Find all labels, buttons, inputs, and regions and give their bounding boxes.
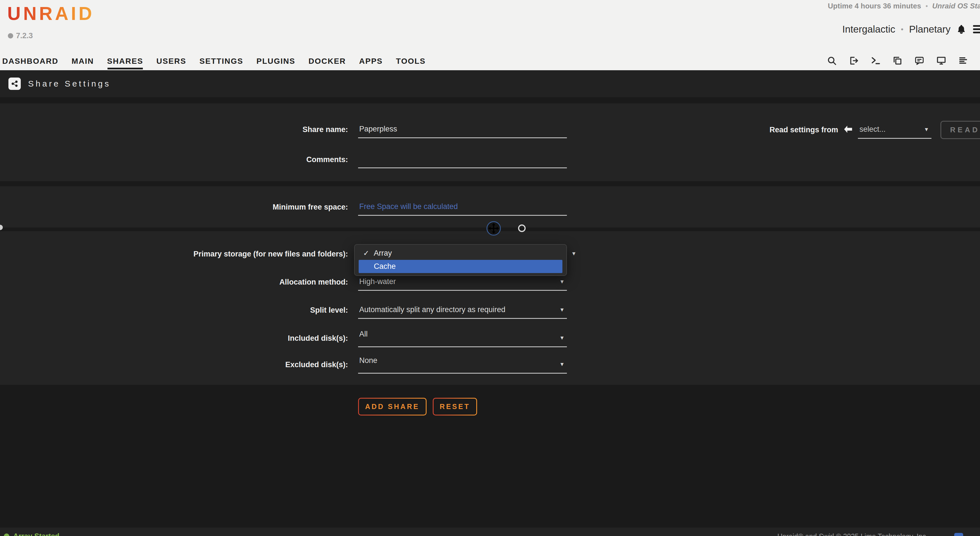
search-icon[interactable] — [827, 56, 837, 66]
check-icon: ✓ — [363, 249, 369, 258]
array-status[interactable]: Array Started — [4, 532, 59, 536]
nav-item-plugins[interactable]: PLUGINS — [256, 57, 295, 66]
allocation-method-value: High-water — [359, 277, 396, 286]
min-free-space-label: Minimum free space: — [0, 203, 348, 212]
nav-item-users[interactable]: USERS — [156, 57, 186, 66]
menu-icon[interactable] — [972, 24, 980, 34]
section-name-comments — [0, 104, 980, 181]
nav-item-settings[interactable]: SETTINGS — [199, 57, 243, 66]
dropdown-option-cache-label: Cache — [374, 262, 396, 271]
split-level-select[interactable]: Automatically split any directory as req… — [358, 302, 567, 319]
footer: Array Started Unraid® and Swirl © 2025 L… — [0, 528, 980, 536]
server-identity: Intergalactic • Planetary — [842, 24, 980, 35]
array-status-text: Array Started — [13, 532, 59, 536]
sign-out-icon[interactable] — [849, 56, 859, 66]
main-navigation: DASHBOARD MAIN SHARES USERS SETTINGS PLU… — [2, 57, 426, 66]
included-disks-select[interactable]: All ▼ — [358, 329, 567, 347]
arrow-left-icon — [843, 125, 853, 134]
reset-button[interactable]: RESET — [433, 398, 477, 415]
copyright-text: Unraid® and Swirl © 2025 Lime Technology… — [777, 532, 928, 536]
unraid-webgui: UNRAID 7.2.3 Uptime 4 hours 36 minutes •… — [0, 0, 980, 536]
row-comments: Comments: — [0, 151, 567, 168]
nav-item-tools[interactable]: TOOLS — [396, 57, 426, 66]
form-actions: ADD SHARE RESET — [358, 398, 477, 415]
read-settings-select-value: select... — [860, 125, 886, 134]
row-included-disks: Included disk(s): All ▼ — [0, 329, 567, 347]
os-edition-text: Unraid OS Starter — [932, 2, 980, 10]
terminal-icon[interactable] — [870, 56, 881, 66]
row-share-name: Share name: — [0, 121, 567, 138]
excluded-disks-value: None — [359, 356, 377, 365]
scroll-top-button[interactable] — [954, 533, 963, 536]
min-free-space-input[interactable] — [358, 202, 567, 211]
unraid-logo: UNRAID — [7, 3, 95, 24]
server-name: Intergalactic — [842, 24, 895, 35]
read-settings-block: Read settings from select... ▼ READ — [770, 121, 980, 139]
allocation-method-select[interactable]: High-water ▼ — [358, 273, 567, 291]
nav-item-docker[interactable]: DOCKER — [309, 57, 346, 66]
excluded-disks-label: Excluded disk(s): — [0, 361, 348, 369]
chevron-down-icon: ▼ — [559, 279, 565, 285]
excluded-disks-select[interactable]: None ▼ — [358, 356, 567, 373]
comments-input[interactable] — [358, 155, 567, 163]
split-level-value: Automatically split any directory as req… — [359, 305, 506, 314]
nav-item-shares[interactable]: SHARES — [107, 57, 143, 66]
row-allocation-method: Allocation method: High-water ▼ — [0, 273, 567, 291]
row-min-free-space: Minimum free space: — [0, 198, 567, 216]
uptime-text: Uptime 4 hours 36 minutes — [828, 2, 921, 10]
page-title-bar: Share Settings — [0, 70, 980, 97]
primary-storage-dropdown: ✓ Array Cache — [354, 244, 567, 276]
comments-label: Comments: — [0, 155, 348, 164]
included-disks-value: All — [359, 330, 368, 338]
primary-storage-label: Primary storage (for new files and folde… — [0, 250, 348, 258]
server-description: Planetary — [909, 24, 951, 35]
uptime-bar: Uptime 4 hours 36 minutes • Unraid OS St… — [828, 2, 980, 10]
toolbar-icons — [827, 55, 980, 66]
server-separator: • — [901, 25, 904, 34]
share-name-label: Share name: — [0, 125, 348, 134]
read-settings-label: Read settings from — [770, 126, 838, 134]
page-title: Share Settings — [28, 79, 111, 88]
row-split-level: Split level: Automatically split any dir… — [0, 302, 567, 319]
feedback-icon[interactable] — [914, 56, 924, 66]
dropdown-option-array[interactable]: ✓ Array — [363, 247, 392, 259]
monitor-icon[interactable] — [936, 56, 946, 66]
chevron-down-icon: ▼ — [559, 361, 565, 367]
status-dot-icon — [4, 533, 9, 536]
nav-item-apps[interactable]: APPS — [359, 57, 383, 66]
nav-item-dashboard[interactable]: DASHBOARD — [2, 57, 58, 66]
nav-item-main[interactable]: MAIN — [72, 57, 94, 66]
power-dot-icon — [8, 33, 13, 38]
chevron-down-icon: ▼ — [924, 126, 929, 132]
included-disks-label: Included disk(s): — [0, 334, 348, 343]
version-badge: 7.2.3 — [8, 32, 33, 40]
read-settings-select[interactable]: select... ▼ — [858, 121, 931, 139]
chevron-down-icon: ▼ — [559, 307, 565, 313]
chevron-down-icon: ▼ — [559, 335, 565, 341]
read-button[interactable]: READ — [940, 121, 980, 139]
chevron-down-icon: ▼ — [571, 250, 576, 257]
uptime-separator: • — [926, 3, 928, 10]
version-text: 7.2.3 — [16, 32, 33, 40]
share-name-input[interactable] — [358, 125, 567, 134]
dropdown-option-array-label: Array — [374, 249, 392, 258]
add-share-button[interactable]: ADD SHARE — [358, 398, 426, 415]
move-cursor-icon — [486, 221, 501, 237]
log-icon[interactable] — [958, 56, 968, 66]
copy-icon[interactable] — [892, 56, 902, 66]
click-indicator — [518, 225, 526, 232]
split-level-label: Split level: — [0, 306, 348, 314]
share-icon — [8, 78, 21, 90]
dropdown-option-cache[interactable]: Cache — [359, 260, 562, 273]
row-excluded-disks: Excluded disk(s): None ▼ — [0, 356, 567, 373]
notifications-bell-icon[interactable] — [956, 24, 967, 35]
header: UNRAID 7.2.3 Uptime 4 hours 36 minutes •… — [0, 0, 980, 70]
allocation-method-label: Allocation method: — [0, 278, 348, 287]
